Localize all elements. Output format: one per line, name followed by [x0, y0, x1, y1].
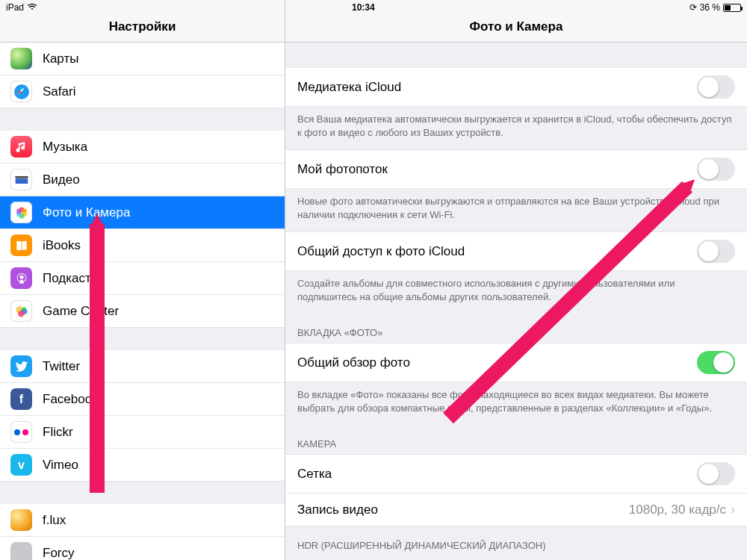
- maps-icon: [10, 48, 32, 69]
- detail-scroll[interactable]: Медиатека iCloud Вся Ваша медиатека авто…: [285, 43, 747, 560]
- toggle-summarize-photos[interactable]: [697, 351, 735, 374]
- battery-icon: [723, 4, 741, 12]
- sidebar-item-label: Видео: [43, 172, 80, 187]
- podcasts-icon: [10, 267, 32, 289]
- flux-icon: [10, 509, 32, 531]
- sidebar-item-label: Safari: [43, 84, 75, 99]
- chevron-right-icon: ›: [731, 502, 735, 517]
- orientation-lock-icon: ⟳: [689, 2, 697, 13]
- sidebar-item-label: Facebook: [43, 392, 99, 407]
- detail-panel: Фото и Камера Медиатека iCloud Вся Ваша …: [285, 0, 747, 560]
- sidebar-item-label: Музыка: [43, 140, 87, 155]
- sidebar-item-label: Vimeo: [43, 458, 78, 473]
- sidebar-item-photos-camera[interactable]: Фото и Камера: [0, 196, 285, 229]
- row-label: Общий обзор фото: [297, 355, 697, 370]
- row-label: Сетка: [297, 467, 697, 482]
- row-summarize-photos[interactable]: Общий обзор фото: [285, 343, 747, 382]
- toggle-icloud-sharing[interactable]: [697, 240, 735, 263]
- device-label: iPad: [6, 2, 24, 13]
- status-bar: iPad 10:34 ⟳ 36 %: [0, 0, 747, 15]
- sidebar-item-music[interactable]: Музыка: [0, 131, 285, 164]
- clock: 10:34: [37, 2, 689, 13]
- vimeo-icon: v: [10, 454, 32, 476]
- sidebar-item-facebook[interactable]: f Facebook: [0, 383, 285, 416]
- row-icloud-library[interactable]: Медиатека iCloud: [285, 67, 747, 107]
- row-icloud-sharing[interactable]: Общий доступ к фото iCloud: [285, 231, 747, 271]
- row-photo-stream[interactable]: Мой фотопоток: [285, 149, 747, 189]
- section-camera: КАМЕРА: [285, 425, 747, 454]
- sidebar-item-maps[interactable]: Карты: [0, 43, 285, 75]
- row-label: Медиатека iCloud: [297, 80, 697, 95]
- note-summarize-photos: Во вкладке «Фото» показаны все фото, нах…: [285, 382, 747, 425]
- svg-rect-8: [25, 176, 27, 177]
- sidebar-item-label: Game Center: [43, 304, 119, 319]
- sidebar-item-podcasts[interactable]: Подкасты: [0, 262, 285, 295]
- sidebar-item-label: iBooks: [43, 238, 81, 253]
- sidebar-item-twitter[interactable]: Twitter: [0, 350, 285, 383]
- music-icon: [10, 136, 32, 158]
- row-label: Общий доступ к фото iCloud: [297, 244, 697, 259]
- sidebar-item-forcy[interactable]: Forcy: [0, 537, 285, 560]
- sidebar-item-label: Flickr: [43, 425, 73, 440]
- svg-rect-7: [23, 176, 25, 177]
- sidebar-item-label: Карты: [43, 52, 78, 66]
- ibooks-icon: [10, 234, 32, 256]
- row-label: Запись видео: [297, 503, 629, 517]
- forcy-icon: [10, 542, 32, 560]
- toggle-icloud-library[interactable]: [697, 75, 735, 99]
- settings-sidebar: Настройки Карты Safari Музыка: [0, 0, 285, 560]
- row-value: 1080p, 30 кадр/с: [629, 503, 726, 517]
- sidebar-item-label: Подкасты: [43, 271, 100, 286]
- safari-icon: [10, 81, 32, 102]
- svg-rect-2: [15, 178, 28, 184]
- svg-rect-6: [21, 176, 22, 177]
- svg-rect-4: [16, 176, 17, 177]
- twitter-icon: [10, 355, 32, 377]
- note-icloud-library: Вся Ваша медиатека автоматически выгружа…: [285, 107, 747, 149]
- sidebar-item-ibooks[interactable]: iBooks: [0, 229, 285, 262]
- svg-point-20: [22, 307, 25, 311]
- gamecenter-icon: [10, 300, 32, 322]
- sidebar-item-flux[interactable]: f.lux: [0, 504, 285, 537]
- svg-point-19: [18, 311, 24, 317]
- sidebar-item-label: Twitter: [43, 359, 80, 374]
- sidebar-item-safari[interactable]: Safari: [0, 75, 285, 108]
- sidebar-item-label: Фото и Камера: [43, 205, 130, 220]
- row-grid[interactable]: Сетка: [285, 454, 747, 494]
- photos-icon: [10, 202, 32, 223]
- svg-point-14: [16, 208, 22, 214]
- sidebar-item-video[interactable]: Видео: [0, 164, 285, 196]
- sidebar-item-label: f.lux: [43, 513, 66, 528]
- note-icloud-sharing: Создайте альбомы для совместного использ…: [285, 271, 747, 314]
- sidebar-scroll[interactable]: Карты Safari Музыка Видео: [0, 43, 285, 560]
- wifi-icon: [27, 2, 37, 13]
- section-photos-tab: ВКЛАДКА «ФОТО»: [285, 314, 747, 343]
- section-hdr: HDR (РАСШИРЕННЫЙ ДИНАМИЧЕСКИЙ ДИАПАЗОН): [285, 526, 747, 556]
- video-icon: [10, 169, 32, 190]
- battery-percent: 36 %: [700, 2, 720, 13]
- toggle-grid[interactable]: [697, 462, 735, 485]
- sidebar-item-vimeo[interactable]: v Vimeo: [0, 449, 285, 482]
- sidebar-item-label: Forcy: [43, 546, 75, 561]
- toggle-photo-stream[interactable]: [697, 158, 735, 181]
- note-photo-stream: Новые фото автоматически выгружаются и о…: [285, 189, 747, 231]
- row-label: Мой фотопоток: [297, 162, 697, 177]
- sidebar-item-gamecenter[interactable]: Game Center: [0, 295, 285, 328]
- row-record-video[interactable]: Запись видео 1080p, 30 кадр/с ›: [285, 494, 747, 526]
- svg-point-15: [19, 275, 23, 279]
- flickr-icon: [10, 421, 32, 443]
- facebook-icon: f: [10, 388, 32, 410]
- svg-rect-5: [18, 176, 19, 177]
- sidebar-item-flickr[interactable]: Flickr: [0, 416, 285, 449]
